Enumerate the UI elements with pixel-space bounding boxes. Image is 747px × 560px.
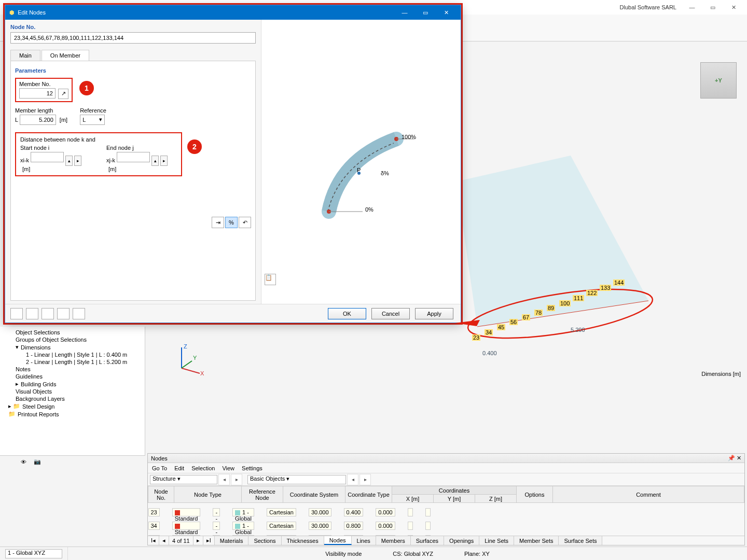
table-tab-materials[interactable]: Materials (215, 536, 249, 545)
col-x[interactable]: X [m] (392, 495, 434, 503)
svg-line-5 (182, 368, 200, 373)
tree-item-dimension-2[interactable]: 2 - Linear | Length | Style 1 | L : 5.20… (3, 358, 142, 366)
svg-text:Z: Z (184, 343, 187, 349)
start-node-input[interactable] (31, 152, 64, 162)
dlg-tool-fx-icon[interactable] (73, 308, 85, 319)
ok-button[interactable]: OK (328, 308, 366, 319)
table-tab-member-sets[interactable]: Member Sets (514, 536, 559, 545)
nav-first[interactable]: I◂ (148, 536, 159, 545)
table-tab-lines[interactable]: Lines (352, 536, 376, 545)
tree-item-printout-reports[interactable]: 📁 Printout Reports (3, 410, 142, 418)
tree-item-dimension-1[interactable]: 1 - Linear | Length | Style 1 | L : 0.40… (3, 351, 142, 358)
col-y[interactable]: Y [m] (434, 495, 475, 503)
tree-item-dimensions[interactable]: ▾ Dimensions (3, 343, 142, 351)
navigator-tree[interactable]: Object Selections Groups of Object Selec… (0, 327, 145, 467)
dlg-tool-search-icon[interactable] (10, 308, 23, 319)
camera-icon[interactable]: 📷 (34, 458, 41, 465)
end-node-input[interactable] (117, 152, 150, 162)
spinner-play-icon[interactable]: ▸ (74, 156, 81, 166)
toolbar-button[interactable]: ◂ (347, 474, 358, 485)
status-cs-combo[interactable]: 1 - Global XYZ (5, 549, 62, 558)
table-menu-edit[interactable]: Edit (174, 465, 184, 471)
table-tab-members[interactable]: Members (376, 536, 411, 545)
status-visibility-mode: Visibility mode (325, 551, 362, 557)
tab-on-member[interactable]: On Member (42, 50, 89, 61)
nav-page-indicator: 4 of 11 (169, 536, 193, 545)
tree-item-guidelines[interactable]: Guidelines (3, 373, 142, 380)
spinner-up-icon[interactable]: ▴ (151, 156, 159, 166)
member-length-label: Member length (15, 107, 67, 114)
tree-item-notes[interactable]: Notes (3, 366, 142, 373)
table-tab-surface-sets[interactable]: Surface Sets (559, 536, 602, 545)
col-coord-type[interactable]: Coordinate Type (345, 486, 392, 503)
col-z[interactable]: Z [m] (475, 495, 517, 503)
apply-button[interactable]: Apply (415, 308, 453, 319)
table-menu-goto[interactable]: Go To (152, 465, 167, 471)
axis-gizmo: Z X Y (171, 342, 208, 379)
table-tab-nodes[interactable]: Nodes (324, 536, 352, 545)
table-menu-selection[interactable]: Selection (191, 465, 215, 471)
tree-item-building-grids[interactable]: ▸ Building Grids (3, 380, 142, 388)
navigation-cube[interactable]: +Y (700, 62, 737, 99)
cancel-button[interactable]: Cancel (371, 308, 410, 319)
table-row[interactable]: 23Standard--1 - Global XYZCartesian30.00… (148, 508, 174, 516)
dialog-preview-pane: 100% δ% P 0% 📋 (261, 20, 461, 304)
mode-percent-button[interactable]: % (225, 217, 238, 228)
table-menu-settings[interactable]: Settings (242, 465, 262, 471)
nav-last[interactable]: ▸I (203, 536, 215, 545)
spinner-up-icon[interactable]: ▴ (65, 156, 73, 166)
dialog-maximize-button[interactable]: ▭ (415, 5, 436, 20)
callout-1: 1 (79, 81, 94, 95)
col-coord-system[interactable]: Coordinate System (283, 486, 345, 503)
col-comment[interactable]: Comment (553, 486, 744, 503)
toolbar-button[interactable]: ▸ (359, 474, 371, 485)
tree-item-visual-objects[interactable]: Visual Objects (3, 388, 142, 395)
table-tab-openings[interactable]: Openings (444, 536, 479, 545)
table-pin-icon[interactable]: 📌 (728, 455, 735, 461)
spinner-play-icon[interactable]: ▸ (160, 156, 168, 166)
table-combo-structure[interactable]: Structure ▾ (150, 475, 217, 484)
mode-absolute-button[interactable]: ⇥ (212, 217, 224, 228)
app-restore-button[interactable]: ▭ (703, 2, 722, 13)
table-menu-view[interactable]: View (222, 465, 234, 471)
col-node-type[interactable]: Node Type (174, 486, 242, 503)
reference-dropdown[interactable]: L▾ (80, 115, 105, 125)
toolbar-button[interactable]: ▸ (231, 474, 242, 485)
dialog-title: Edit Nodes (18, 9, 46, 16)
table-close-icon[interactable]: ✕ (737, 455, 741, 461)
pick-member-button[interactable]: ↗ (58, 89, 68, 99)
toolbar-button[interactable]: ◂ (218, 474, 230, 485)
table-row[interactable]: 34Standard--1 - Global XYZCartesian30.00… (148, 522, 174, 530)
table-tab-line-sets[interactable]: Line Sets (479, 536, 514, 545)
eye-icon[interactable]: 👁 (21, 459, 26, 465)
table-tab-sections[interactable]: Sections (248, 536, 281, 545)
dlg-tool-pick-icon[interactable] (42, 308, 54, 319)
node-no-input[interactable] (10, 32, 256, 44)
tree-item-object-selections[interactable]: Object Selections (3, 329, 142, 336)
tree-item-steel-design[interactable]: ▸ 📁 Steel Design (3, 402, 142, 410)
nav-next[interactable]: ▸ (193, 536, 203, 545)
nav-prev[interactable]: ◂ (159, 536, 169, 545)
dialog-minimize-button[interactable]: — (394, 5, 415, 20)
tab-main[interactable]: Main (10, 50, 40, 61)
tree-item-groups-object-selections[interactable]: Groups of Object Selections (3, 336, 142, 343)
app-close-button[interactable]: ✕ (724, 2, 743, 13)
tree-item-background-layers[interactable]: Background Layers (3, 395, 142, 402)
table-tab-thicknesses[interactable]: Thicknesses (282, 536, 324, 545)
dlg-tool-units-icon[interactable] (26, 308, 38, 319)
table-combo-basic-objects[interactable]: Basic Objects ▾ (247, 475, 346, 484)
col-ref-node[interactable]: Reference Node (242, 486, 283, 503)
table-tab-surfaces[interactable]: Surfaces (411, 536, 444, 545)
col-options[interactable]: Options (517, 486, 553, 503)
nodes-table[interactable]: Node No. Node Type Reference Node Coordi… (148, 486, 744, 536)
dlg-tool-info-icon[interactable] (57, 308, 70, 319)
member-length-unit: [m] (60, 117, 67, 123)
dialog-close-button[interactable]: ✕ (436, 5, 457, 20)
end-node-label: End node j (106, 145, 177, 151)
mode-undo-button[interactable]: ↶ (239, 217, 251, 228)
col-node-no[interactable]: Node No. (148, 486, 174, 503)
node-no-label: Node No. (10, 22, 256, 32)
member-no-input[interactable] (19, 88, 56, 99)
copy-preview-button[interactable]: 📋 (265, 274, 276, 285)
app-minimize-button[interactable]: — (683, 2, 701, 13)
